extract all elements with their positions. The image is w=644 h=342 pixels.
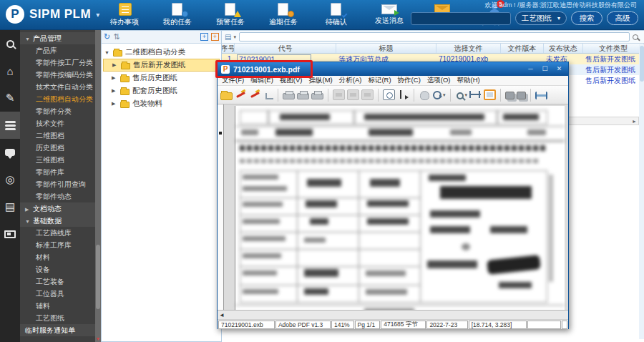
home-icon[interactable]: ⌂ bbox=[0, 57, 20, 84]
nav-to-confirm[interactable]: 待确认 bbox=[318, 3, 355, 27]
list-filter-input[interactable] bbox=[239, 32, 630, 41]
expand-all-button[interactable]: + bbox=[200, 33, 208, 41]
open-icon[interactable] bbox=[220, 92, 233, 100]
sidebar-item-partial[interactable]: 临时服务通知单 bbox=[20, 324, 95, 336]
book-icon[interactable]: ▤ bbox=[0, 193, 20, 220]
search-button[interactable]: 搜索 bbox=[571, 11, 602, 25]
menu-markup[interactable]: 标记(R) bbox=[368, 76, 391, 85]
monitor-icon[interactable] bbox=[0, 220, 20, 248]
col-version[interactable]: 文件版本 bbox=[501, 44, 544, 53]
tree-root-node[interactable]: ▼ 二维图档自动分类 bbox=[103, 46, 220, 59]
col-seq[interactable]: 序号 bbox=[222, 44, 235, 53]
menu-help[interactable]: 帮助(H) bbox=[457, 76, 480, 85]
scrollbar-thumb[interactable] bbox=[640, 46, 644, 82]
document-page[interactable] bbox=[235, 106, 565, 310]
preview-icon[interactable] bbox=[383, 89, 395, 100]
close-button[interactable]: ✕ bbox=[554, 66, 565, 72]
sidebar-item[interactable]: 历史图档 bbox=[20, 142, 95, 154]
refresh-icon[interactable]: ↻ bbox=[104, 33, 110, 41]
col-code[interactable]: 代号 bbox=[235, 44, 336, 53]
sidebar-scrollbar[interactable]: ▼ bbox=[95, 30, 101, 342]
nav-warning-tasks[interactable]: 预警任务 bbox=[212, 3, 249, 27]
pdf-horizontal-scrollbar[interactable]: ◄ bbox=[218, 310, 568, 319]
filter-caret-icon[interactable]: ▾ bbox=[233, 34, 236, 40]
text-select-icon[interactable] bbox=[397, 89, 409, 100]
sidebar-item-doc-activity[interactable]: ▶文档动态 bbox=[20, 202, 95, 215]
fit-width-icon[interactable] bbox=[469, 89, 482, 100]
sidebar-item[interactable]: 零部件按工厂分类 bbox=[20, 57, 95, 69]
sidebar-item-base-data[interactable]: ▼基础数据 bbox=[20, 215, 95, 227]
sidebar-item[interactable]: 二维图档 bbox=[20, 130, 95, 142]
print-setup-icon[interactable] bbox=[297, 93, 309, 99]
sidebar-item[interactable]: 三维图档 bbox=[20, 154, 95, 166]
sidebar-item-active[interactable]: 二维图档自动分类 bbox=[20, 93, 95, 105]
twist-down-icon[interactable]: ▼ bbox=[104, 50, 110, 55]
twist-right-icon[interactable]: ▶ bbox=[112, 75, 117, 81]
structure-icon[interactable] bbox=[265, 93, 273, 99]
filter-icon[interactable]: ▤ bbox=[225, 33, 231, 41]
rotate-caret-icon[interactable]: ▾ bbox=[443, 92, 446, 98]
advanced-button[interactable]: 高级 bbox=[607, 11, 638, 25]
search-category-select[interactable]: 工艺图纸 ▾ bbox=[515, 11, 567, 25]
list-vertical-scrollbar[interactable] bbox=[639, 44, 644, 339]
support-icon[interactable]: ◎ bbox=[0, 166, 20, 193]
minimize-button[interactable]: ─ bbox=[525, 66, 536, 72]
popup-title-bar[interactable]: P 710219001.exb.pdf ─ ☐ ✕ bbox=[218, 62, 568, 76]
sidebar-item[interactable]: 设备 bbox=[20, 263, 95, 275]
nav-my-tasks[interactable]: 我的任务 bbox=[159, 3, 196, 27]
nav-todo[interactable]: 待办事项 bbox=[106, 3, 143, 27]
col-type[interactable]: 文件类型 bbox=[583, 44, 644, 53]
scrollbar-thumb[interactable] bbox=[96, 245, 100, 309]
sidebar-item[interactable]: 零部件分类 bbox=[20, 105, 95, 117]
rotate-90-icon[interactable] bbox=[433, 91, 441, 99]
tree-node-selected[interactable]: ▶ 售后新开发图纸 bbox=[103, 59, 220, 72]
menu-options[interactable]: 选项(O) bbox=[427, 76, 451, 85]
logo-caret-icon[interactable]: ▾ bbox=[96, 11, 99, 19]
sign-icon[interactable] bbox=[235, 89, 247, 100]
tree-node[interactable]: ▶ 售后历史图纸 bbox=[103, 72, 220, 84]
nav-send-message[interactable]: 发送消息 bbox=[371, 3, 408, 27]
scroll-left-icon[interactable]: ◄ bbox=[219, 312, 225, 318]
sidebar-item[interactable]: 辅料 bbox=[20, 300, 95, 312]
maximize-button[interactable]: ☐ bbox=[540, 66, 550, 72]
menu-edit[interactable]: 编辑(E) bbox=[250, 76, 273, 85]
search-input[interactable] bbox=[411, 12, 511, 25]
col-file[interactable]: 选择文件 bbox=[436, 44, 501, 53]
layers-icon[interactable] bbox=[505, 92, 514, 99]
edit-icon[interactable]: ✎ bbox=[0, 84, 20, 112]
sidebar-item[interactable]: 产品库 bbox=[20, 44, 95, 57]
menu-analyze[interactable]: 分析(A) bbox=[339, 76, 362, 85]
sidebar-item[interactable]: 工艺装备 bbox=[20, 275, 95, 288]
chat-icon[interactable] bbox=[0, 139, 20, 166]
sidebar-item[interactable]: 零部件库 bbox=[20, 166, 95, 178]
sidebar-item[interactable]: 材料 bbox=[20, 251, 95, 263]
nav-overdue-tasks[interactable]: 逾期任务 bbox=[265, 3, 302, 27]
scroll-down-arrow-icon[interactable]: ▼ bbox=[95, 336, 101, 341]
pan-hand-icon[interactable] bbox=[420, 91, 429, 100]
col-title[interactable]: 标题 bbox=[336, 44, 436, 53]
collapse-all-button[interactable]: + bbox=[211, 33, 219, 41]
sidebar-item[interactable]: 工艺路线库 bbox=[20, 227, 95, 239]
menu-view[interactable]: 视图(V) bbox=[280, 76, 303, 85]
page-frame-icon[interactable] bbox=[484, 89, 496, 100]
verify-sign-icon[interactable] bbox=[249, 89, 261, 100]
sidebar-item[interactable]: 工艺图纸 bbox=[20, 312, 95, 324]
twist-right-icon[interactable]: ▶ bbox=[112, 101, 117, 107]
col-status[interactable]: 发布状态 bbox=[544, 44, 583, 53]
measure-icon[interactable] bbox=[535, 92, 547, 99]
app-logo[interactable]: P SIPM PLM ▾ bbox=[6, 5, 99, 24]
twist-right-icon[interactable]: ▶ bbox=[112, 62, 118, 68]
sidebar-item[interactable]: 零部件按编码分类 bbox=[20, 69, 95, 81]
print-icon[interactable] bbox=[283, 93, 295, 99]
zoom-caret-icon[interactable]: ▾ bbox=[465, 92, 468, 98]
batch-print-icon[interactable] bbox=[311, 93, 323, 99]
sidebar-item[interactable]: 零部件动态 bbox=[20, 190, 95, 202]
zoom-rect-icon[interactable] bbox=[457, 92, 464, 99]
compare-icon[interactable] bbox=[517, 92, 526, 99]
twist-right-icon[interactable]: ▶ bbox=[112, 88, 117, 94]
sidebar-item[interactable]: 技术文件自动分类 bbox=[20, 81, 95, 93]
menu-file[interactable]: 文件(F) bbox=[222, 76, 244, 85]
database-icon[interactable] bbox=[0, 112, 20, 139]
search-rail-icon[interactable] bbox=[0, 30, 20, 57]
menu-manip[interactable]: 操纵(M) bbox=[308, 76, 332, 85]
